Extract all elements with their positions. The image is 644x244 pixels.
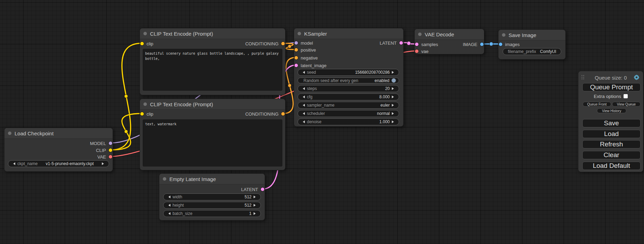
- load-default-button[interactable]: Load Default: [582, 162, 641, 170]
- scheduler-widget[interactable]: scheduler normal: [298, 110, 399, 117]
- widget-value: normal: [377, 111, 390, 116]
- view-queue-button[interactable]: View Queue: [612, 102, 641, 107]
- clip-input-slot[interactable]: [140, 112, 144, 116]
- height-widget[interactable]: height 512: [163, 202, 261, 209]
- widget-value: euler: [380, 103, 390, 108]
- slot-row: negative: [294, 55, 403, 61]
- node-title-bar[interactable]: CLIP Text Encode (Prompt): [140, 99, 285, 110]
- positive-input-slot[interactable]: [294, 48, 298, 52]
- node-title: Load Checkpoint: [15, 130, 54, 136]
- increment-arrow-icon[interactable]: [254, 196, 257, 198]
- node-load-checkpoint: Load Checkpoint MODEL CLIP VAE ckpt_name…: [4, 128, 113, 172]
- node-title-bar[interactable]: Save Image: [499, 30, 565, 40]
- decrement-arrow-icon[interactable]: [167, 204, 170, 207]
- decrement-arrow-icon[interactable]: [167, 212, 170, 215]
- prev-value-arrow-icon[interactable]: [301, 112, 305, 115]
- steps-widget[interactable]: steps 20: [298, 85, 399, 92]
- decrement-arrow-icon[interactable]: [301, 96, 305, 98]
- collapse-dot-icon[interactable]: [143, 102, 147, 106]
- link-middle-dot[interactable]: [124, 130, 128, 133]
- vae-output-slot[interactable]: [109, 155, 112, 159]
- negative-input-slot[interactable]: [294, 56, 298, 60]
- increment-arrow-icon[interactable]: [254, 212, 257, 215]
- node-title-bar[interactable]: Load Checkpoint: [5, 128, 113, 139]
- slot-label: IMAGE: [463, 42, 477, 47]
- prev-value-arrow-icon[interactable]: [301, 104, 305, 107]
- node-title: KSampler: [304, 31, 327, 37]
- conditioning-output-slot[interactable]: [281, 112, 285, 116]
- collapse-dot-icon[interactable]: [163, 177, 166, 181]
- clip-input-slot[interactable]: [140, 42, 144, 45]
- increment-arrow-icon[interactable]: [392, 71, 395, 74]
- queue-front-button[interactable]: Queue Front: [583, 102, 611, 107]
- filename-prefix-widget[interactable]: filename_prefix ComfyUI: [503, 48, 561, 55]
- collapse-dot-icon[interactable]: [143, 32, 147, 35]
- samples-input-slot[interactable]: [415, 43, 418, 46]
- denoise-widget[interactable]: denoise 1.000: [298, 118, 399, 125]
- image-output-slot[interactable]: [480, 43, 484, 46]
- decrement-arrow-icon[interactable]: [167, 196, 170, 198]
- model-output-slot[interactable]: [109, 142, 112, 145]
- collapse-dot-icon[interactable]: [298, 32, 301, 35]
- toggle-enabled-icon[interactable]: [391, 78, 396, 83]
- node-title-bar[interactable]: Empty Latent Image: [159, 174, 265, 184]
- random-seed-toggle-widget[interactable]: Random seed after every gen enabled: [298, 78, 399, 83]
- next-value-arrow-icon[interactable]: [392, 104, 395, 107]
- link-middle-dot[interactable]: [288, 84, 291, 87]
- clip-output-slot[interactable]: [109, 148, 112, 152]
- slot-label: latent_image: [301, 63, 326, 68]
- collapse-dot-icon[interactable]: [418, 33, 422, 36]
- node-vae-decode: VAE Decode samples IMAGE vae: [414, 29, 484, 54]
- slot-label: negative: [301, 55, 318, 61]
- model-input-slot[interactable]: [294, 41, 298, 45]
- prev-value-arrow-icon[interactable]: [12, 162, 15, 165]
- increment-arrow-icon[interactable]: [392, 96, 395, 98]
- width-widget[interactable]: width 512: [163, 193, 261, 200]
- settings-gear-icon[interactable]: [634, 74, 639, 80]
- slot-row: samples IMAGE: [415, 41, 484, 47]
- sampler-name-widget[interactable]: sampler_name euler: [298, 102, 399, 109]
- node-title-bar[interactable]: KSampler: [294, 28, 403, 39]
- slot-label: VAE: [97, 154, 106, 160]
- batch-size-widget[interactable]: batch_size 1: [163, 210, 261, 217]
- prompt-text-input[interactable]: beautiful scenery nature glass bottle la…: [143, 49, 282, 91]
- refresh-button[interactable]: Refresh: [582, 140, 641, 148]
- ckpt-name-widget[interactable]: ckpt_name v1-5-pruned-emaonly.ckpt: [8, 160, 109, 167]
- link-middle-dot[interactable]: [124, 94, 128, 98]
- collapse-dot-icon[interactable]: [502, 33, 505, 37]
- view-history-button[interactable]: View History: [597, 108, 626, 113]
- widget-value: ComfyUI: [538, 49, 558, 54]
- next-value-arrow-icon[interactable]: [392, 112, 395, 115]
- node-title-bar[interactable]: VAE Decode: [415, 29, 484, 40]
- latent-output-slot[interactable]: [261, 188, 264, 191]
- load-button[interactable]: Load: [582, 130, 641, 138]
- save-button[interactable]: Save: [582, 119, 641, 127]
- cfg-widget[interactable]: cfg 8.000: [298, 93, 399, 100]
- increment-arrow-icon[interactable]: [392, 120, 395, 123]
- link-middle-dot[interactable]: [489, 42, 493, 46]
- node-graph-canvas[interactable]: Load Checkpoint MODEL CLIP VAE ckpt_name…: [0, 0, 644, 244]
- prompt-text-input[interactable]: text, watermark: [143, 119, 282, 166]
- seed-widget[interactable]: seed 156680208700286: [298, 69, 399, 76]
- latent-output-slot[interactable]: [399, 41, 403, 45]
- node-title-bar[interactable]: CLIP Text Encode (Prompt): [140, 28, 285, 39]
- latent-image-input-slot[interactable]: [294, 64, 298, 67]
- images-input-slot[interactable]: [499, 43, 502, 46]
- collapse-dot-icon[interactable]: [8, 132, 11, 135]
- increment-arrow-icon[interactable]: [392, 87, 395, 90]
- decrement-arrow-icon[interactable]: [301, 71, 305, 74]
- increment-arrow-icon[interactable]: [254, 204, 257, 207]
- decrement-arrow-icon[interactable]: [301, 120, 305, 123]
- slot-label: clip: [147, 111, 153, 117]
- queue-prompt-button[interactable]: Queue Prompt: [582, 83, 641, 91]
- next-value-arrow-icon[interactable]: [102, 162, 105, 165]
- decrement-arrow-icon[interactable]: [301, 87, 305, 90]
- link-middle-dot[interactable]: [288, 45, 291, 48]
- clear-button[interactable]: Clear: [582, 151, 641, 159]
- widget-value: 20: [385, 86, 390, 91]
- extra-options-checkbox[interactable]: [624, 94, 628, 98]
- link-middle-dot[interactable]: [407, 42, 411, 45]
- vae-input-slot[interactable]: [415, 49, 418, 53]
- conditioning-output-slot[interactable]: [281, 42, 285, 45]
- slot-label: images: [505, 42, 520, 47]
